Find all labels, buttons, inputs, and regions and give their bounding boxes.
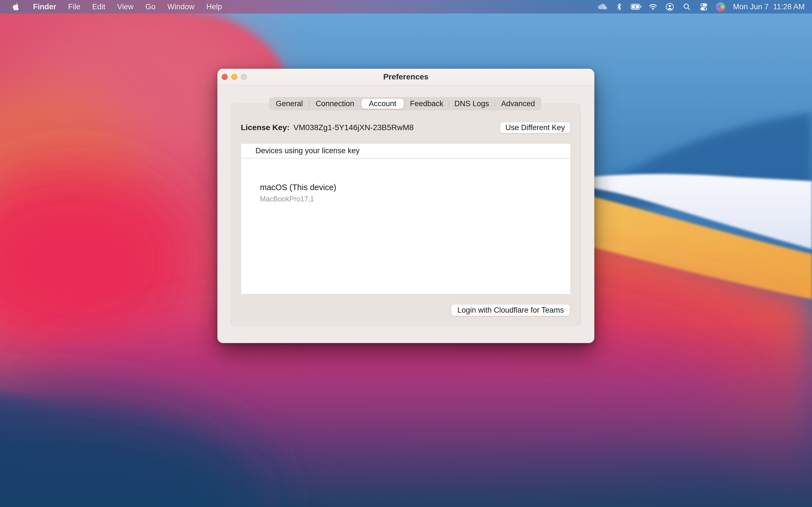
tab-dns-logs[interactable]: DNS Logs (449, 99, 494, 109)
tab-connection[interactable]: Connection (310, 99, 360, 109)
apple-menu-icon[interactable] (11, 2, 21, 11)
tab-general[interactable]: General (269, 99, 309, 109)
control-center-icon[interactable] (697, 0, 710, 13)
close-button[interactable] (221, 74, 228, 80)
tab-separator (360, 101, 361, 107)
battery-icon[interactable] (629, 0, 643, 13)
license-key-value: VM038Zg1-5Y146jXN-23B5RwM8 (294, 123, 414, 132)
login-with-cloudflare-teams-button[interactable]: Login with Cloudflare for Teams (451, 304, 570, 316)
devices-list-panel: Devices using your license key macOS (Th… (241, 144, 571, 294)
window-title: Preferences (383, 72, 428, 81)
menu-bar-clock[interactable]: Mon Jun 7 11:28 AM (733, 3, 805, 11)
bluetooth-icon[interactable] (613, 0, 626, 13)
device-list-item[interactable]: macOS (This device) MacBookPro17,1 (260, 183, 570, 203)
menu-item-edit[interactable]: Edit (86, 3, 111, 11)
siri-icon[interactable] (714, 0, 727, 13)
window-titlebar[interactable]: Preferences (217, 69, 594, 86)
device-model: MacBookPro17,1 (260, 195, 570, 203)
traffic-lights (221, 74, 247, 80)
spotlight-search-icon[interactable] (680, 0, 693, 13)
devices-list-header: Devices using your license key (241, 144, 570, 159)
menu-item-go[interactable]: Go (140, 3, 161, 11)
tab-account[interactable]: Account (361, 99, 404, 109)
license-key-row: License Key: VM038Zg1-5Y146jXN-23B5RwM8 (241, 123, 414, 132)
menu-item-finder[interactable]: Finder (27, 3, 62, 11)
menu-bar: Finder File Edit View Go Window Help (0, 0, 812, 13)
device-name: macOS (This device) (260, 183, 570, 192)
wifi-icon[interactable] (647, 0, 659, 13)
license-key-label: License Key: (241, 123, 290, 132)
clock-date: Mon Jun 7 (733, 3, 769, 11)
menu-item-file[interactable]: File (62, 3, 87, 11)
tab-feedback[interactable]: Feedback (405, 99, 448, 109)
minimize-button[interactable] (231, 74, 238, 80)
preferences-tab-bar: General Connection Account Feedback DNS … (269, 97, 541, 110)
user-account-icon[interactable] (663, 0, 676, 13)
use-different-key-button[interactable]: Use Different Key (500, 122, 570, 133)
preferences-window: Preferences General Connection Account F… (217, 69, 594, 343)
menu-bar-status-area: Mon Jun 7 11:28 AM (594, 0, 812, 13)
menu-item-window[interactable]: Window (161, 3, 200, 11)
clock-time: 11:28 AM (773, 3, 805, 11)
tab-advanced[interactable]: Advanced (495, 99, 541, 109)
menu-item-view[interactable]: View (111, 3, 140, 11)
menu-item-help[interactable]: Help (200, 3, 228, 11)
zoom-button-disabled (241, 74, 247, 80)
menu-bar-left: Finder File Edit View Go Window Help (0, 0, 228, 13)
cloudflare-warp-icon[interactable] (596, 0, 609, 13)
